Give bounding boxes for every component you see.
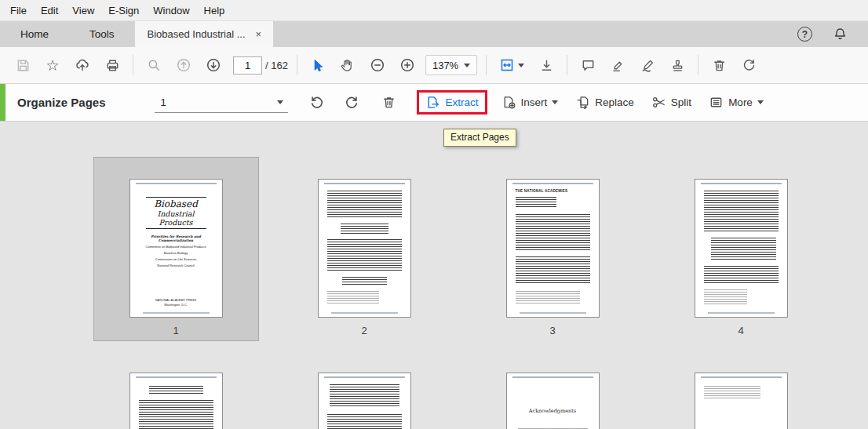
more-list-icon xyxy=(709,95,724,110)
page-number-label: 4 xyxy=(738,325,743,336)
highlight-icon[interactable] xyxy=(605,53,630,78)
page-thumbnail-2: 2 xyxy=(282,157,447,341)
menu-edit[interactable]: Edit xyxy=(34,2,65,20)
chevron-down-icon xyxy=(757,100,764,104)
extract-highlight-box: Extract xyxy=(417,90,487,115)
page-preview-cover[interactable]: Biobased Industrial Products Priorities … xyxy=(129,179,223,318)
cover-title-block: Biobased Industrial Products Priorities … xyxy=(141,195,211,242)
page-preview-acknowledgments[interactable]: Acknowledgments xyxy=(506,373,600,429)
tab-bar: Home Tools Biobased Industrial ... × ? xyxy=(0,21,868,47)
more-label: More xyxy=(728,96,753,108)
tab-tools[interactable]: Tools xyxy=(69,21,135,47)
next-page-icon[interactable] xyxy=(201,53,226,78)
extract-button[interactable]: Extract xyxy=(425,95,479,110)
cover-footer: NATIONAL ACADEMY PRESS Washington, D.C. xyxy=(137,299,216,307)
delete-pages-icon[interactable] xyxy=(377,91,401,115)
page-thumbnail-7: Acknowledgments 7 xyxy=(470,351,636,429)
rotate-view-icon[interactable] xyxy=(736,53,761,78)
more-button[interactable]: More xyxy=(704,92,768,113)
page-preview-text[interactable] xyxy=(318,373,411,429)
menu-help[interactable]: Help xyxy=(197,2,232,20)
close-icon[interactable]: × xyxy=(253,28,264,40)
replace-label: Replace xyxy=(595,96,634,108)
toolbar-separator xyxy=(133,55,133,75)
split-label: Split xyxy=(671,96,691,108)
print-icon[interactable] xyxy=(100,53,125,78)
page-thumbnail-5: 5 xyxy=(93,351,259,429)
page-preview-text[interactable] xyxy=(318,179,411,318)
extract-icon xyxy=(425,95,440,110)
page-thumbnail-1: Biobased Industrial Products Priorities … xyxy=(93,157,259,341)
tab-home[interactable]: Home xyxy=(0,21,69,47)
page-scrolling-icon[interactable] xyxy=(534,53,559,78)
cover-committee-lines: Committee on Biobased Industrial Product… xyxy=(137,244,216,269)
hand-tool-icon[interactable] xyxy=(335,53,360,78)
extract-label: Extract xyxy=(446,96,479,108)
page-preview-academies[interactable]: THE NATIONAL ACADEMIES xyxy=(506,179,600,318)
page-preview-text[interactable] xyxy=(129,373,223,429)
acrobat-window: File Edit View E-Sign Window Help Home T… xyxy=(0,0,868,429)
sign-pen-icon[interactable] xyxy=(635,53,660,78)
toolbar-separator xyxy=(486,55,487,75)
organize-pages-title: Organize Pages xyxy=(17,96,106,109)
replace-icon xyxy=(575,95,590,110)
save-icon[interactable] xyxy=(10,53,35,78)
toolbar-separator xyxy=(567,55,567,75)
main-toolbar: ☆ / 162 137% xyxy=(0,47,868,84)
insert-icon xyxy=(501,95,516,110)
menu-view[interactable]: View xyxy=(65,2,101,20)
insert-label: Insert xyxy=(521,96,548,108)
menu-window[interactable]: Window xyxy=(146,2,196,20)
page-number-label: 2 xyxy=(361,325,367,336)
organize-toolbar: Organize Pages 1 Extract In xyxy=(0,84,868,122)
menu-esign[interactable]: E-Sign xyxy=(101,2,146,20)
delete-icon[interactable] xyxy=(706,53,731,78)
page-preview-light[interactable] xyxy=(695,373,788,429)
zoom-level-value: 137% xyxy=(432,60,458,71)
toolbar-separator xyxy=(297,55,297,75)
selected-page-box[interactable]: Biobased Industrial Products Priorities … xyxy=(93,157,259,341)
page-range-value: 1 xyxy=(161,96,166,108)
help-icon[interactable]: ? xyxy=(797,27,812,42)
page-number-input[interactable] xyxy=(233,56,262,75)
zoom-search-icon[interactable] xyxy=(141,53,166,78)
rotate-left-icon[interactable] xyxy=(305,91,329,115)
split-button[interactable]: Split xyxy=(647,92,696,113)
zoom-level-select[interactable]: 137% xyxy=(425,55,477,75)
tab-tools-label: Tools xyxy=(89,28,115,40)
chevron-down-icon xyxy=(277,100,283,104)
extract-tooltip: Extract Pages xyxy=(443,129,516,147)
chevron-down-icon xyxy=(464,64,470,67)
replace-button[interactable]: Replace xyxy=(571,92,639,113)
previous-page-icon[interactable] xyxy=(171,53,196,78)
tab-document-label: Biobased Industrial ... xyxy=(148,28,246,40)
insert-button[interactable]: Insert xyxy=(497,92,563,113)
select-tool-icon[interactable] xyxy=(305,53,330,78)
menu-bar: File Edit View E-Sign Window Help xyxy=(0,0,868,21)
zoom-in-icon[interactable] xyxy=(395,53,420,78)
bell-icon[interactable] xyxy=(833,27,848,42)
page-header-line xyxy=(136,183,217,184)
comment-icon[interactable] xyxy=(575,53,600,78)
page-thumbnail-6: 6 xyxy=(282,351,447,429)
zoom-out-icon[interactable] xyxy=(365,53,390,78)
tab-bar-right: ? xyxy=(797,21,868,47)
stamp-icon[interactable] xyxy=(665,53,690,78)
share-cloud-icon[interactable] xyxy=(70,53,95,78)
page-thumbnail-8: 8 xyxy=(658,351,824,429)
tab-document[interactable]: Biobased Industrial ... × xyxy=(135,21,274,47)
fit-width-icon[interactable] xyxy=(494,53,529,78)
tool-accent-bar xyxy=(0,84,5,121)
page-thumbnail-4: 4 xyxy=(658,157,824,341)
page-total-label: / 162 xyxy=(265,60,288,71)
chevron-down-icon xyxy=(518,64,524,67)
page-range-select[interactable]: 1 xyxy=(155,92,288,113)
star-icon[interactable]: ☆ xyxy=(40,53,65,78)
rotate-right-icon[interactable] xyxy=(340,91,363,115)
menu-file[interactable]: File xyxy=(3,2,34,20)
chevron-down-icon xyxy=(552,100,558,104)
page-number-label: 1 xyxy=(173,325,178,336)
page-preview-text[interactable] xyxy=(695,179,788,318)
pages-grid: Biobased Industrial Products Priorities … xyxy=(0,122,868,429)
toolbar-separator xyxy=(698,55,698,75)
